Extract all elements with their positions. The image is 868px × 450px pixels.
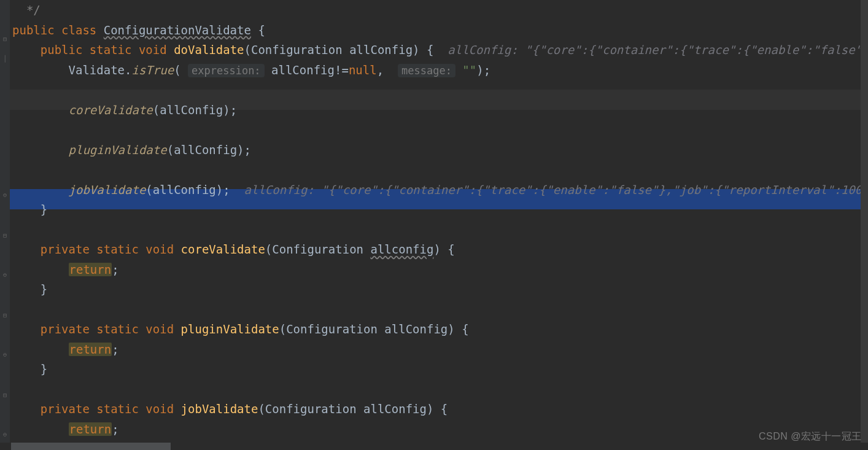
- code-line[interactable]: return;: [12, 260, 868, 280]
- code-line[interactable]: return;: [12, 339, 868, 360]
- param-hint: message:: [398, 64, 455, 77]
- code-line[interactable]: Validate.isTrue( expression: allConfig!=…: [12, 60, 868, 80]
- code-area[interactable]: */ public class ConfigurationValidate { …: [10, 0, 868, 450]
- code-line[interactable]: return;: [12, 419, 868, 440]
- vertical-scrollbar[interactable]: [861, 0, 868, 450]
- code-line[interactable]: jobValidate(allConfig); allConfig: "{"co…: [12, 180, 868, 200]
- code-line[interactable]: [12, 160, 868, 180]
- code-line[interactable]: */: [12, 0, 868, 20]
- code-line[interactable]: coreValidate(allConfig);: [12, 100, 868, 120]
- horizontal-scrollbar[interactable]: [0, 443, 868, 450]
- code-line[interactable]: }: [12, 359, 868, 379]
- code-line[interactable]: public static void doValidate(Configurat…: [12, 40, 868, 60]
- code-editor[interactable]: ⊟ │ ⊖ ⊟ ⊖ ⊟ ⊖ ⊟ ⊖ */ public class Config…: [0, 0, 868, 450]
- code-line[interactable]: }: [12, 200, 868, 220]
- code-line[interactable]: [12, 220, 868, 240]
- editor-gutter[interactable]: ⊟ │ ⊖ ⊟ ⊖ ⊟ ⊖ ⊟ ⊖: [0, 0, 10, 450]
- code-line[interactable]: [12, 300, 868, 320]
- code-line[interactable]: private static void pluginValidate(Confi…: [12, 319, 868, 339]
- scrollbar-thumb[interactable]: [11, 443, 171, 450]
- code-line[interactable]: public class ConfigurationValidate {: [12, 20, 868, 41]
- code-line[interactable]: private static void coreValidate(Configu…: [12, 239, 868, 260]
- code-line[interactable]: private static void jobValidate(Configur…: [12, 399, 868, 419]
- code-line[interactable]: }: [12, 279, 868, 300]
- code-line[interactable]: pluginValidate(allConfig);: [12, 140, 868, 160]
- code-line[interactable]: [12, 80, 868, 100]
- code-line[interactable]: [12, 120, 868, 140]
- inlay-hint: allConfig: "{"core":{"container":{"trace…: [433, 43, 868, 56]
- class-name: ConfigurationValidate: [104, 23, 251, 37]
- param-hint: expression:: [188, 64, 265, 77]
- code-line[interactable]: [12, 379, 868, 400]
- inlay-hint: allConfig: "{"core":{"container":{"trace…: [230, 183, 868, 196]
